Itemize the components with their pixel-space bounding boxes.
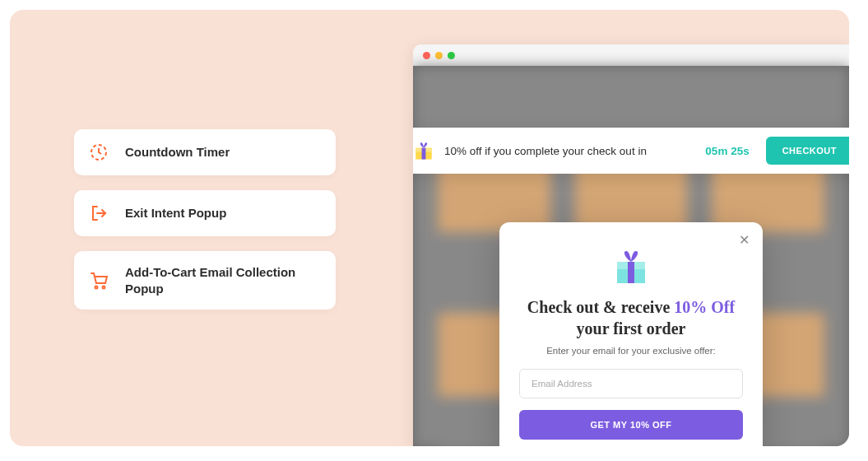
browser-content: 10% off if you complete your check out i… — [413, 66, 849, 446]
feature-label: Exit Intent Popup — [125, 205, 226, 221]
feature-card-countdown[interactable]: Countdown Timer — [74, 129, 336, 175]
popup-title-pre: Check out & receive — [527, 298, 674, 316]
countdown-time: 05m 25s — [705, 145, 749, 157]
popup-title: Check out & receive 10% Off your first o… — [519, 296, 743, 339]
exit-icon — [89, 203, 109, 223]
feature-label: Countdown Timer — [125, 144, 230, 161]
gift-icon — [413, 140, 434, 161]
browser-chrome — [413, 44, 849, 66]
close-icon[interactable]: ✕ — [736, 232, 751, 247]
countdown-message: 10% off if you complete your check out i… — [444, 145, 695, 157]
window-minimize-button[interactable] — [435, 52, 443, 59]
popup-title-post: your first order — [577, 319, 686, 338]
feature-list: Countdown Timer Exit Intent Popup Add- — [74, 129, 336, 310]
svg-point-2 — [103, 286, 105, 288]
popup-title-highlight: 10% Off — [674, 298, 735, 316]
window-close-button[interactable] — [423, 52, 430, 59]
gift-icon — [610, 245, 652, 286]
email-popup: ✕ Check out & receive 10% Off your first… — [499, 222, 763, 446]
svg-rect-8 — [628, 262, 634, 283]
email-field[interactable] — [519, 369, 743, 398]
get-offer-button[interactable]: GET MY 10% OFF — [519, 410, 743, 440]
feature-card-email-popup[interactable]: Add-To-Cart Email Collection Popup — [74, 251, 336, 310]
window-maximize-button[interactable] — [448, 52, 455, 59]
svg-point-1 — [95, 286, 98, 288]
browser-window: 10% off if you complete your check out i… — [413, 44, 849, 446]
timer-icon — [89, 142, 109, 162]
feature-card-exit-intent[interactable]: Exit Intent Popup — [74, 190, 336, 236]
svg-rect-5 — [422, 148, 426, 160]
countdown-bar: 10% off if you complete your check out i… — [413, 128, 849, 174]
checkout-button[interactable]: CHECKOUT — [766, 137, 849, 165]
feature-label: Add-To-Cart Email Collection Popup — [125, 264, 321, 296]
popup-subtitle: Enter your email for your exclusive offe… — [519, 346, 743, 356]
page-container: Countdown Timer Exit Intent Popup Add- — [10, 10, 849, 446]
cart-icon — [89, 271, 109, 291]
